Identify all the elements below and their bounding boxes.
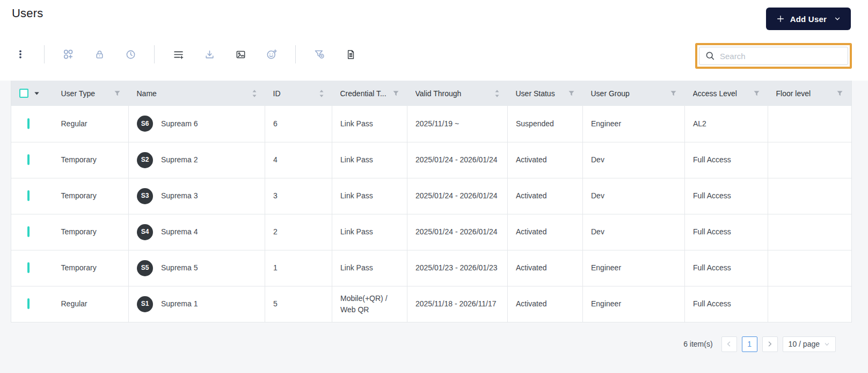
filter-clear-button[interactable] (309, 44, 330, 65)
filter-icon[interactable] (568, 90, 575, 97)
filter-icon[interactable] (753, 90, 760, 97)
user-avatar: S6 (137, 116, 153, 132)
search-highlight-ring (695, 43, 852, 69)
previous-page-button[interactable] (721, 336, 737, 352)
row-checkbox[interactable] (27, 118, 30, 129)
user-name: Suprema 2 (161, 154, 198, 165)
cell-user_type: Regular (53, 106, 129, 142)
sort-icon[interactable] (252, 89, 257, 98)
column-label: User Group (591, 89, 630, 98)
cell-floor_level (768, 106, 852, 142)
sort-icon[interactable] (319, 89, 324, 98)
column-header-access_level[interactable]: Access Level (685, 81, 768, 106)
row-select-cell (11, 214, 53, 250)
row-select-cell (11, 106, 53, 142)
column-header-valid_through[interactable]: Valid Through (407, 81, 508, 106)
face-add-icon (266, 48, 278, 60)
cell-name: S5Suprema 5 (129, 250, 265, 286)
column-header-user_type[interactable]: User Type (53, 81, 129, 106)
add-user-button[interactable]: Add User (766, 8, 851, 30)
cell-name: S1Suprema 1 (129, 286, 265, 322)
cell-floor_level (768, 250, 852, 286)
user-row[interactable]: TemporaryS4Suprema 42Link Pass2025/01/24… (11, 214, 852, 250)
page-size-value: 10 / page (789, 340, 820, 348)
column-header-id[interactable]: ID (265, 81, 332, 106)
cell-user_type: Temporary (53, 142, 129, 178)
user-name: Suprema 1 (161, 298, 198, 309)
table-header-row: User TypeNameIDCredential T...Valid Thro… (11, 81, 852, 106)
page-number-button[interactable]: 1 (742, 336, 757, 352)
column-header-user_status[interactable]: User Status (508, 81, 583, 106)
user-group-add-button[interactable] (57, 44, 79, 65)
user-avatar: S3 (137, 188, 153, 204)
kebab-menu-button[interactable] (10, 44, 31, 65)
cell-user_status: Activated (508, 286, 583, 322)
user-avatar: S5 (137, 260, 153, 276)
user-row[interactable]: RegularS1Suprema 15Mobile(+QR) / Web QR2… (11, 286, 852, 322)
cell-floor_level (768, 214, 852, 250)
column-header-name[interactable]: Name (129, 81, 265, 106)
cell-user_status: Activated (508, 214, 583, 250)
page-size-select[interactable]: 10 / page (783, 336, 836, 352)
cell-name: S2Suprema 2 (129, 142, 265, 178)
filter-clear-icon (313, 48, 325, 60)
search-input[interactable] (699, 47, 848, 65)
lock-button[interactable] (89, 44, 110, 65)
user-row[interactable]: RegularS6Supream 66Link Pass2025/11/19 ~… (11, 106, 852, 142)
document-report-icon (345, 49, 356, 60)
column-settings-button[interactable] (167, 44, 189, 65)
cell-credential: Link Pass (332, 214, 407, 250)
document-report-button[interactable] (340, 44, 361, 65)
cell-id: 3 (265, 178, 332, 214)
lock-icon (94, 49, 105, 60)
filter-icon[interactable] (114, 90, 121, 97)
filter-icon[interactable] (670, 90, 677, 97)
column-label: ID (273, 89, 281, 98)
cell-floor_level (768, 178, 852, 214)
cell-user_status: Activated (508, 178, 583, 214)
cell-access_level: Full Access (685, 286, 768, 322)
next-page-button[interactable] (762, 336, 778, 352)
user-row[interactable]: TemporaryS5Suprema 51Link Pass2025/01/23… (11, 250, 852, 286)
cell-user_type: Regular (53, 286, 129, 322)
user-row[interactable]: TemporaryS3Suprema 33Link Pass2025/01/24… (11, 178, 852, 214)
row-checkbox[interactable] (27, 154, 30, 165)
cell-valid_through: 2025/01/24 - 2026/01/24 (407, 178, 508, 214)
filter-icon[interactable] (392, 90, 399, 97)
row-checkbox[interactable] (27, 190, 30, 201)
column-header-floor_level[interactable]: Floor level (768, 81, 852, 106)
download-button[interactable] (199, 44, 220, 65)
filter-icon[interactable] (836, 90, 843, 97)
select-all-caret-icon[interactable] (34, 91, 40, 96)
toolbar-divider (44, 45, 45, 63)
column-header-credential[interactable]: Credential T... (332, 81, 407, 106)
row-select-cell (11, 286, 53, 322)
row-select-cell (11, 178, 53, 214)
items-count: 6 item(s) (683, 340, 712, 348)
user-avatar: S1 (137, 296, 153, 312)
toolbar-divider (295, 45, 296, 63)
cell-id: 4 (265, 142, 332, 178)
row-checkbox[interactable] (27, 298, 30, 309)
toolbar (10, 44, 371, 65)
cell-name: S6Supream 6 (129, 106, 265, 142)
face-add-button[interactable] (261, 44, 282, 65)
sort-icon[interactable] (494, 89, 500, 98)
column-header-user_group[interactable]: User Group (583, 81, 685, 106)
row-checkbox[interactable] (27, 262, 30, 273)
cell-access_level: Full Access (685, 178, 768, 214)
row-checkbox[interactable] (27, 226, 30, 237)
image-button[interactable] (230, 44, 251, 65)
cell-valid_through: 2025/01/24 - 2026/01/24 (407, 142, 508, 178)
select-all-checkbox[interactable] (19, 89, 28, 98)
column-label: User Status (516, 89, 555, 98)
time-period-button[interactable] (120, 44, 141, 65)
cell-user_group: Engineer (583, 106, 685, 142)
cell-name: S3Suprema 3 (129, 178, 265, 214)
cell-access_level: Full Access (685, 142, 768, 178)
cell-credential: Link Pass (332, 250, 407, 286)
table-body: RegularS6Supream 66Link Pass2025/11/19 ~… (11, 106, 852, 322)
cell-valid_through: 2025/01/24 - 2026/01/24 (407, 214, 508, 250)
user-row[interactable]: TemporaryS2Suprema 24Link Pass2025/01/24… (11, 142, 852, 178)
cell-user_type: Temporary (53, 214, 129, 250)
